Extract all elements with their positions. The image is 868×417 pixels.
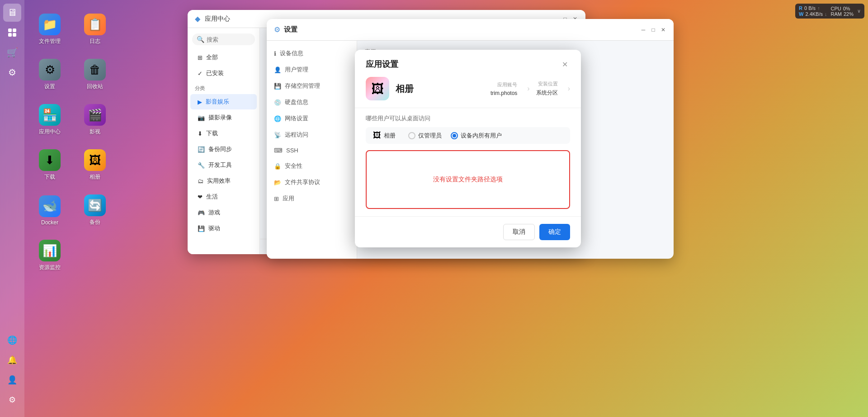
modal-footer: 取消 确定 bbox=[355, 216, 581, 247]
search-icon: 🔍 bbox=[197, 36, 204, 43]
video-icon: 🎬 bbox=[84, 104, 106, 126]
settings-nav-network[interactable]: 🌐 网络设置 bbox=[267, 110, 357, 127]
sidebar-item-photo[interactable]: 📷 摄影录像 bbox=[190, 110, 257, 125]
settings-titlebar: ⚙ 设置 ─ □ ✕ bbox=[267, 19, 674, 41]
cancel-button[interactable]: 取消 bbox=[503, 224, 535, 240]
modal-title: 应用设置 bbox=[366, 59, 398, 70]
photos-label: 相册 bbox=[90, 173, 100, 181]
apps-icon: ⊞ bbox=[274, 195, 279, 202]
sidebar-item-devtools[interactable]: 🔧 开发工具 bbox=[190, 157, 257, 173]
cpu-section: CPU 0% RAM 22% bbox=[831, 6, 854, 17]
radio-admin-circle bbox=[408, 132, 415, 139]
settings-title: 设置 bbox=[284, 25, 297, 34]
desktop-icon-recycle[interactable]: 🗑 回收站 bbox=[75, 54, 115, 95]
ram-label: RAM bbox=[831, 11, 842, 17]
ram-value: 22% bbox=[844, 11, 854, 17]
file-share-label: 文件共享协议 bbox=[285, 178, 320, 186]
search-box[interactable]: 🔍 bbox=[192, 33, 255, 45]
read-label: R bbox=[799, 5, 802, 11]
installed-label: 已安装 bbox=[206, 69, 224, 77]
modal-app-icon: 🖼 bbox=[366, 77, 389, 100]
photo-label: 摄影录像 bbox=[208, 114, 232, 122]
radio-all-label: 设备内所有用户 bbox=[461, 132, 502, 140]
settings-nav-storage[interactable]: 💾 存储空间管理 bbox=[267, 78, 357, 94]
settings-nav-disk[interactable]: 💿 硬盘信息 bbox=[267, 94, 357, 110]
settings-close[interactable]: ✕ bbox=[660, 27, 666, 33]
desktop-icon-file-manager[interactable]: 📁 文件管理 bbox=[29, 9, 70, 50]
app-location-label: 安装位置 bbox=[538, 81, 558, 87]
radio-option-all[interactable]: 设备内所有用户 bbox=[451, 132, 502, 140]
settings-sidebar: ℹ 设备信息 👤 用户管理 💾 存储空间管理 💿 硬盘信息 🌐 网络设置 📡 bbox=[267, 41, 357, 259]
sidebar-item-games[interactable]: 🎮 游戏 bbox=[190, 205, 257, 220]
taskbar-icon-network[interactable]: 🌐 bbox=[3, 331, 21, 349]
taskbar-icon-settings[interactable]: ⚙ bbox=[3, 63, 21, 81]
app-center-label: 应用中心 bbox=[39, 128, 61, 136]
desktop-icon-download[interactable]: ⬇ 下载 bbox=[29, 145, 70, 185]
sidebar-item-life[interactable]: ❤ 生活 bbox=[190, 189, 257, 204]
settings-nav-ssh[interactable]: ⌨ SSH bbox=[267, 143, 357, 158]
ssh-icon: ⌨ bbox=[274, 147, 283, 154]
desktop-icon-docker[interactable]: 🐋 Docker bbox=[29, 190, 70, 231]
settings-nav-apps[interactable]: ⊞ 应用 bbox=[267, 190, 357, 207]
modal-close-button[interactable]: ✕ bbox=[559, 59, 570, 70]
sidebar-item-download[interactable]: ⬇ 下载 bbox=[190, 126, 257, 141]
radio-option-admin[interactable]: 仅管理员 bbox=[408, 132, 442, 140]
sidebar-item-media[interactable]: ▶ 影音娱乐 bbox=[190, 94, 257, 109]
sidebar-item-drivers[interactable]: 💾 驱动 bbox=[190, 221, 257, 236]
taskbar-icon-desktop[interactable]: 🖥 bbox=[3, 4, 21, 22]
download-icon: ⬇ bbox=[39, 149, 61, 171]
app-account-value: trim.photos bbox=[491, 90, 517, 96]
expand-icon[interactable]: ∨ bbox=[857, 8, 861, 14]
svg-rect-3 bbox=[13, 33, 16, 37]
search-input[interactable] bbox=[207, 36, 250, 43]
modal-header: 应用设置 ✕ bbox=[355, 50, 581, 70]
write-label: W bbox=[799, 11, 803, 17]
photo-icon: 📷 bbox=[198, 114, 205, 121]
storage-icon: 💾 bbox=[274, 83, 281, 90]
desktop-icon-log[interactable]: 📋 日志 bbox=[75, 9, 115, 50]
app-center-sidebar: 🔍 ⊞ 全部 ✓ 已安装 分类 ▶ 影音娱乐 📷 摄影录像 ⬇ 下 bbox=[188, 28, 260, 254]
settings-maximize[interactable]: □ bbox=[650, 27, 656, 33]
taskbar-icon-notification[interactable]: 🔔 bbox=[3, 351, 21, 369]
desktop-icon-photos[interactable]: 🖼 相册 bbox=[75, 145, 115, 185]
radio-all-circle bbox=[451, 132, 458, 139]
taskbar-icon-store[interactable]: 🛒 bbox=[3, 43, 21, 62]
efficiency-label: 实用效率 bbox=[207, 177, 231, 185]
settings-nav-file-share[interactable]: 📂 文件共享协议 bbox=[267, 174, 357, 190]
desktop-icon-backup[interactable]: 🔄 备份 bbox=[75, 190, 115, 231]
media-icon: ▶ bbox=[198, 99, 202, 105]
disk-icon: 💿 bbox=[274, 99, 281, 106]
account-arrow-icon: › bbox=[527, 85, 529, 93]
desktop-icons-area: 📁 文件管理 📋 日志 ⚙ 设置 🗑 回收站 🏪 应用中心 🎬 影视 ⬇ 下载 … bbox=[29, 9, 115, 276]
taskbar-icon-apps[interactable] bbox=[3, 24, 21, 42]
desktop-icon-settings[interactable]: ⚙ 设置 bbox=[29, 54, 70, 95]
settings-nav-security[interactable]: 🔒 安全性 bbox=[267, 158, 357, 174]
sidebar-item-installed[interactable]: ✓ 已安装 bbox=[190, 66, 257, 81]
taskbar-icon-user[interactable]: 👤 bbox=[3, 371, 21, 389]
read-value: 0 B/s bbox=[804, 5, 816, 11]
app-radio-icon: 🖼 相册 bbox=[373, 131, 396, 140]
settings-nav-device-info[interactable]: ℹ 设备信息 bbox=[267, 45, 357, 62]
sidebar-item-backup[interactable]: 🔄 备份同步 bbox=[190, 142, 257, 157]
settings-nav-user-mgmt[interactable]: 👤 用户管理 bbox=[267, 62, 357, 78]
apps-label: 应用 bbox=[283, 194, 294, 203]
modal-app-meta-account: 应用账号 trim.photos bbox=[491, 81, 517, 96]
app-account-label: 应用账号 bbox=[497, 81, 517, 88]
error-message: 没有设置文件夹路径选项 bbox=[433, 175, 503, 184]
devtools-icon: 🔧 bbox=[198, 162, 205, 169]
settings-nav-remote[interactable]: 📡 远程访问 bbox=[267, 127, 357, 143]
desktop-icon-video[interactable]: 🎬 影视 bbox=[75, 100, 115, 140]
taskbar-bottom: 🌐 🔔 👤 ⚙ bbox=[3, 331, 21, 413]
settings-minimize[interactable]: ─ bbox=[640, 27, 646, 33]
sidebar-item-all[interactable]: ⊞ 全部 bbox=[190, 50, 257, 65]
desktop-icon-monitor[interactable]: 📊 资源监控 bbox=[29, 235, 70, 276]
sidebar-item-efficiency[interactable]: 🗂 实用效率 bbox=[190, 173, 257, 189]
settings-icon: ⚙ bbox=[39, 59, 61, 81]
app-radio-label: 相册 bbox=[384, 132, 396, 140]
radio-admin-label: 仅管理员 bbox=[418, 132, 442, 140]
network-label: 网络设置 bbox=[285, 114, 308, 123]
confirm-button[interactable]: 确定 bbox=[539, 224, 570, 240]
taskbar-icon-gear[interactable]: ⚙ bbox=[3, 391, 21, 409]
app-settings-modal: 应用设置 ✕ 🖼 相册 应用账号 trim.photos › 安装位置 系统分区… bbox=[355, 50, 581, 247]
desktop-icon-app-center[interactable]: 🏪 应用中心 bbox=[29, 100, 70, 140]
